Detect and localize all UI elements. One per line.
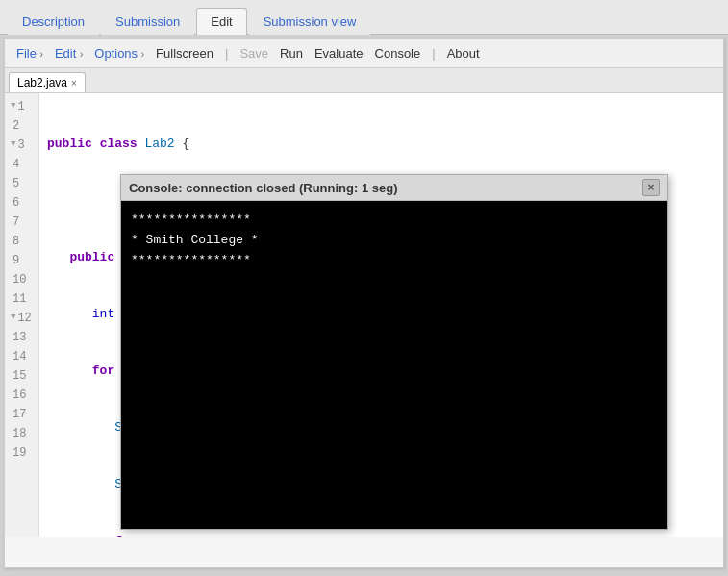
options-menu[interactable]: Options › (90, 44, 148, 63)
about-btn[interactable]: About (443, 44, 484, 63)
ln-4: 4 (11, 155, 33, 174)
file-tab-name: Lab2.java (17, 76, 67, 89)
console-line-2: * Smith College * (131, 231, 658, 251)
console-output: **************** * Smith College * *****… (121, 201, 667, 529)
menu-bar: File › Edit › Options › Fullscreen | Sav… (5, 39, 723, 68)
ln-8: 8 (11, 232, 33, 251)
save-btn[interactable]: Save (236, 44, 272, 63)
ln-12: ▼12 (11, 309, 33, 328)
menu-sep-1: | (221, 46, 232, 61)
fullscreen-btn[interactable]: Fullscreen (152, 44, 217, 63)
ln-18: 18 (11, 424, 33, 443)
ln-1: ▼1 (11, 97, 33, 116)
ln-14: 14 (11, 347, 33, 366)
ln-3: ▼3 (11, 136, 33, 155)
menu-sep-2: | (428, 46, 439, 61)
ln-19: 19 (11, 443, 33, 463)
code-line-8: for (47, 532, 715, 537)
tab-submission[interactable]: Submission (101, 8, 194, 35)
ln-6: 6 (11, 193, 33, 213)
console-btn[interactable]: Console (371, 44, 425, 63)
top-tab-bar: Description Submission Edit Submission v… (0, 0, 728, 35)
evaluate-btn[interactable]: Evaluate (311, 44, 367, 63)
code-line-1: public class Lab2 { (47, 135, 715, 154)
ln-13: 13 (11, 328, 33, 347)
file-arrow-icon: › (40, 49, 43, 60)
console-dialog: Console: connection closed (Running: 1 s… (120, 174, 668, 530)
fold-icon-3[interactable]: ▼ (11, 138, 15, 152)
main-container: Description Submission Edit Submission v… (0, 0, 728, 576)
editor-container: File › Edit › Options › Fullscreen | Sav… (4, 38, 724, 568)
tab-description[interactable]: Description (8, 8, 99, 35)
file-tab-bar: Lab2.java × (5, 68, 723, 93)
ln-16: 16 (11, 386, 33, 405)
file-tab-lab2[interactable]: Lab2.java × (9, 72, 86, 92)
ln-11: 11 (11, 289, 33, 309)
file-tab-close-icon[interactable]: × (71, 78, 77, 88)
run-btn[interactable]: Run (276, 44, 307, 63)
file-menu[interactable]: File › (13, 44, 47, 63)
edit-menu[interactable]: Edit › (51, 44, 87, 63)
ln-15: 15 (11, 366, 33, 386)
close-icon: × (647, 181, 654, 194)
console-line-3: **************** (131, 251, 658, 271)
ln-5: 5 (11, 174, 33, 193)
ln-7: 7 (11, 213, 33, 232)
fold-icon-12[interactable]: ▼ (11, 312, 15, 325)
console-line-1: **************** (131, 211, 658, 231)
edit-arrow-icon: › (80, 49, 83, 60)
console-title-bar: Console: connection closed (Running: 1 s… (121, 175, 667, 201)
options-arrow-icon: › (141, 49, 144, 60)
tab-submission-view[interactable]: Submission view (249, 8, 371, 35)
ln-17: 17 (11, 405, 33, 424)
line-numbers: ▼1 2 ▼3 4 5 6 7 8 9 10 11 ▼12 13 14 15 1… (5, 93, 39, 537)
console-title: Console: connection closed (Running: 1 s… (129, 181, 398, 195)
ln-9: 9 (11, 251, 33, 270)
tab-edit[interactable]: Edit (196, 8, 246, 35)
console-close-button[interactable]: × (642, 179, 660, 196)
fold-icon-1[interactable]: ▼ (11, 100, 15, 113)
ln-10: 10 (11, 270, 33, 289)
ln-2: 2 (11, 116, 33, 136)
